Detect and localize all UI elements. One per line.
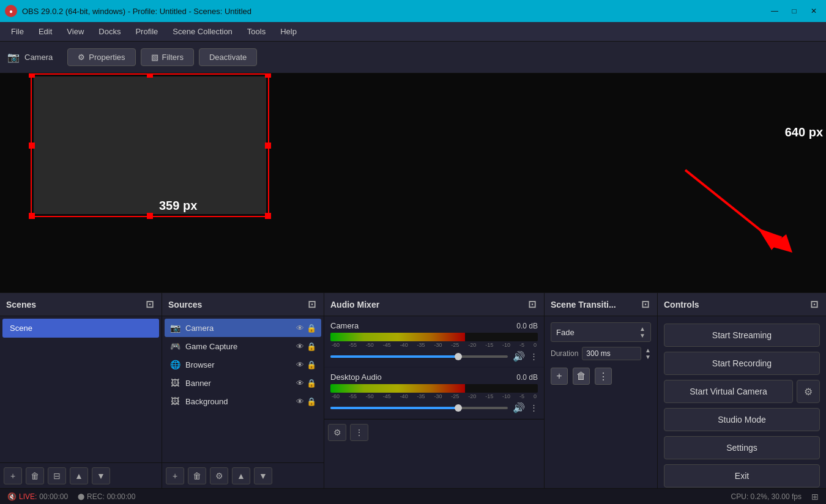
virtual-camera-settings-button[interactable]: ⚙ bbox=[797, 380, 820, 403]
source-lock-icon-banner[interactable]: 🔒 bbox=[307, 379, 316, 388]
status-live: 🔇 LIVE: 00:00:00 bbox=[7, 492, 68, 501]
menu-help[interactable]: Help bbox=[274, 24, 303, 39]
handle-ml[interactable] bbox=[29, 143, 35, 149]
source-type-icon-background: 🖼 bbox=[169, 396, 180, 407]
menu-file[interactable]: File bbox=[5, 24, 30, 39]
resize-corner-button[interactable]: ⊞ bbox=[811, 492, 819, 502]
mute-icon-camera[interactable]: 🔊 bbox=[513, 350, 525, 362]
exit-button[interactable]: Exit bbox=[664, 464, 820, 487]
sources-expand-button[interactable]: ⊡ bbox=[305, 298, 318, 311]
scene-add-button[interactable]: + bbox=[4, 467, 22, 484]
handle-tr[interactable] bbox=[265, 73, 271, 78]
studio-mode-button[interactable]: Studio Mode bbox=[664, 408, 820, 431]
source-lock-icon-background[interactable]: 🔒 bbox=[307, 397, 316, 406]
source-eye-icon[interactable]: 👁 bbox=[296, 324, 304, 333]
close-button[interactable]: ✕ bbox=[806, 6, 821, 17]
filters-button[interactable]: ▧ Filters bbox=[141, 48, 194, 66]
handle-bc[interactable] bbox=[147, 213, 153, 219]
source-name-browser: Browser bbox=[185, 360, 291, 369]
menu-edit[interactable]: Edit bbox=[32, 24, 58, 39]
source-settings-button[interactable]: ⚙ bbox=[210, 467, 228, 484]
properties-button[interactable]: ⚙ Properties bbox=[67, 48, 135, 66]
volume-slider-camera[interactable] bbox=[330, 355, 508, 358]
audio-controls-camera: 🔊 ⋮ bbox=[330, 350, 538, 362]
audio-menu-camera[interactable]: ⋮ bbox=[530, 352, 538, 361]
source-eye-icon-browser[interactable]: 👁 bbox=[296, 360, 304, 369]
start-recording-button[interactable]: Start Recording bbox=[664, 352, 820, 375]
scene-filter-button[interactable]: ⊟ bbox=[48, 467, 66, 484]
source-lock-icon-game[interactable]: 🔒 bbox=[307, 342, 316, 351]
transition-add-button[interactable]: + bbox=[551, 368, 568, 385]
scenes-panel: Scenes ⊡ Scene + 🗑 ⊟ ▲ ▼ bbox=[0, 293, 162, 488]
volume-slider-desktop[interactable] bbox=[330, 407, 508, 409]
cpu-fps-status: CPU: 0.2%, 30.00 fps bbox=[731, 492, 802, 501]
settings-button[interactable]: Settings bbox=[664, 436, 820, 459]
transition-menu-button[interactable]: ⋮ bbox=[595, 368, 612, 385]
source-eye-icon-banner[interactable]: 👁 bbox=[296, 379, 304, 388]
source-down-button[interactable]: ▼ bbox=[254, 467, 272, 484]
source-name-banner: Banner bbox=[185, 379, 291, 388]
deactivate-button[interactable]: Deactivate bbox=[199, 48, 257, 66]
selection-box[interactable] bbox=[31, 73, 269, 217]
menu-scene-collection[interactable]: Scene Collection bbox=[166, 24, 239, 39]
source-add-button[interactable]: + bbox=[166, 467, 184, 484]
window-controls: — □ ✕ bbox=[767, 6, 821, 17]
resize-arrow bbox=[655, 152, 808, 262]
svg-line-1 bbox=[685, 170, 777, 243]
controls-expand-button[interactable]: ⊡ bbox=[808, 298, 820, 311]
scene-up-button[interactable]: ▲ bbox=[70, 467, 88, 484]
live-label: LIVE: bbox=[19, 492, 37, 501]
menu-view[interactable]: View bbox=[61, 24, 90, 39]
source-remove-button[interactable]: 🗑 bbox=[188, 467, 206, 484]
source-item-camera[interactable]: 📷 Camera 👁 🔒 bbox=[165, 319, 321, 337]
menu-tools[interactable]: Tools bbox=[241, 24, 272, 39]
source-item-background[interactable]: 🖼 Background 👁 🔒 bbox=[165, 392, 321, 410]
audio-meter-desktop bbox=[330, 384, 538, 393]
audio-channel-camera: Camera 0.0 dB -60-55-50-45-40 -35-30-25-… bbox=[324, 316, 544, 368]
mute-icon-desktop[interactable]: 🔊 bbox=[513, 402, 525, 413]
source-up-button[interactable]: ▲ bbox=[232, 467, 250, 484]
handle-bl[interactable] bbox=[29, 213, 35, 219]
audio-settings-button[interactable]: ⚙ bbox=[328, 424, 346, 441]
scene-down-button[interactable]: ▼ bbox=[92, 467, 110, 484]
source-eye-icon-background[interactable]: 👁 bbox=[296, 397, 304, 406]
menu-profile[interactable]: Profile bbox=[129, 24, 164, 39]
audio-expand-button[interactable]: ⊡ bbox=[526, 298, 538, 311]
handle-tl[interactable] bbox=[29, 73, 35, 78]
scene-remove-button[interactable]: 🗑 bbox=[26, 467, 44, 484]
source-item-browser[interactable]: 🌐 Browser 👁 🔒 bbox=[165, 355, 321, 374]
camera-icon-toolbar: 📷 bbox=[7, 51, 20, 63]
handle-tc[interactable] bbox=[147, 73, 153, 78]
audio-channel-name-camera: Camera bbox=[330, 321, 516, 330]
start-virtual-camera-button[interactable]: Start Virtual Camera bbox=[664, 380, 793, 403]
audio-controls-desktop: 🔊 ⋮ bbox=[330, 402, 538, 413]
source-name-camera: Camera bbox=[185, 324, 291, 333]
sources-title: Sources bbox=[168, 300, 202, 309]
start-streaming-button[interactable]: Start Streaming bbox=[664, 324, 820, 347]
audio-panel: Audio Mixer ⊡ Camera 0.0 dB -60-55-50-45… bbox=[324, 293, 545, 488]
transition-select[interactable]: Fade ▲▼ bbox=[551, 322, 651, 342]
audio-menu-button[interactable]: ⋮ bbox=[350, 424, 368, 441]
source-lock-icon-browser[interactable]: 🔒 bbox=[307, 360, 316, 369]
minimize-button[interactable]: — bbox=[767, 6, 782, 17]
handle-br[interactable] bbox=[265, 213, 271, 219]
maximize-button[interactable]: □ bbox=[787, 6, 802, 17]
volume-knob-desktop bbox=[455, 404, 462, 412]
source-eye-icon-game[interactable]: 👁 bbox=[296, 342, 304, 351]
audio-menu-desktop[interactable]: ⋮ bbox=[530, 403, 538, 412]
sources-panel-header: Sources ⊡ bbox=[162, 293, 324, 316]
transitions-expand-button[interactable]: ⊡ bbox=[639, 298, 651, 311]
scene-item[interactable]: Scene bbox=[2, 319, 159, 338]
transitions-panel-header: Scene Transiti... ⊡ bbox=[545, 293, 657, 316]
scenes-expand-button[interactable]: ⊡ bbox=[143, 298, 155, 311]
transition-remove-button[interactable]: 🗑 bbox=[573, 368, 590, 385]
duration-input[interactable]: 300 ms bbox=[582, 347, 641, 360]
preview-area: 640 px 359 px bbox=[0, 73, 826, 292]
source-item-banner[interactable]: 🖼 Banner 👁 🔒 bbox=[165, 374, 321, 392]
meter-fill-desktop bbox=[330, 384, 465, 393]
source-item-game[interactable]: 🎮 Game Capture 👁 🔒 bbox=[165, 337, 321, 355]
menu-docks[interactable]: Docks bbox=[92, 24, 127, 39]
source-lock-icon[interactable]: 🔒 bbox=[307, 324, 316, 333]
handle-mr[interactable] bbox=[265, 143, 271, 149]
source-controls-browser: 👁 🔒 bbox=[296, 360, 316, 369]
